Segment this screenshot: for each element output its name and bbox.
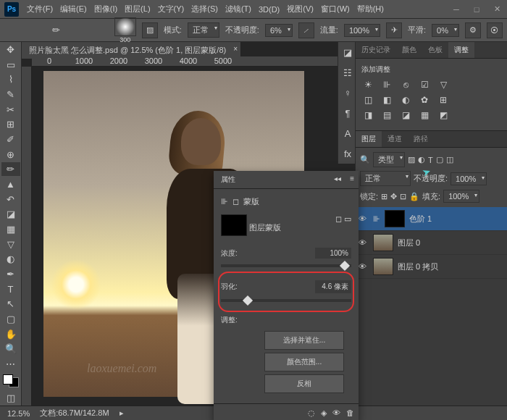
- menu-3d[interactable]: 3D(D): [255, 5, 283, 14]
- quick-mask-icon[interactable]: ◫: [1, 391, 20, 405]
- filter-text-icon[interactable]: T: [428, 156, 433, 164]
- lock-pixels-icon[interactable]: ⊞: [381, 192, 387, 201]
- menu-file[interactable]: 文件(F): [23, 4, 56, 14]
- color-range-button[interactable]: 颜色范围...: [264, 353, 344, 371]
- tab-history[interactable]: 历史记录: [356, 42, 396, 58]
- apply-mask-icon[interactable]: ◈: [321, 408, 327, 418]
- gradient-tool[interactable]: ▦: [1, 222, 20, 236]
- layer-name[interactable]: 图层 0 拷贝: [398, 261, 438, 272]
- posterize-icon[interactable]: ▤: [380, 109, 393, 120]
- menu-view[interactable]: 视图(V): [283, 4, 317, 14]
- brightness-icon[interactable]: ☀: [361, 79, 374, 90]
- feather-slider[interactable]: [221, 299, 351, 302]
- levels-icon[interactable]: ⊪: [380, 79, 393, 90]
- history-brush-tool[interactable]: ↶: [1, 193, 20, 206]
- shape-tool[interactable]: ▢: [1, 312, 20, 326]
- lasso-tool[interactable]: ⌇: [1, 72, 20, 86]
- crop-tool[interactable]: ✂: [1, 103, 20, 117]
- tab-color[interactable]: 颜色: [396, 42, 422, 58]
- layer-row[interactable]: 👁 图层 0: [356, 231, 507, 255]
- mask-icon[interactable]: ◻: [232, 197, 239, 206]
- tab-layers[interactable]: 图层: [356, 131, 382, 147]
- lookup-icon[interactable]: ⊞: [437, 94, 450, 105]
- menu-help[interactable]: 帮助(H): [353, 4, 387, 14]
- menu-filter[interactable]: 滤镜(T): [222, 4, 255, 14]
- vibrance-icon[interactable]: ▽: [437, 79, 450, 90]
- lock-artboard-icon[interactable]: ⊡: [400, 192, 406, 201]
- frame-tool[interactable]: ⊞: [1, 117, 20, 131]
- layer-filter-select[interactable]: 类型: [373, 152, 405, 167]
- curves-icon[interactable]: ⎋: [399, 79, 412, 90]
- exposure-icon[interactable]: ☑: [418, 79, 431, 90]
- menu-layer[interactable]: 图层(L): [121, 4, 154, 14]
- close-tab-icon[interactable]: ×: [233, 45, 238, 53]
- text-tool[interactable]: T: [1, 282, 20, 296]
- panel-icon[interactable]: ◪: [338, 43, 357, 62]
- maximize-button[interactable]: □: [466, 2, 487, 17]
- panel-icon[interactable]: fx: [338, 144, 357, 163]
- select-and-mask-button[interactable]: 选择并遮住...: [264, 331, 344, 350]
- density-field[interactable]: 100%: [315, 248, 351, 259]
- pressure-opacity-icon[interactable]: ⟋: [298, 22, 314, 38]
- layer-thumb[interactable]: [373, 234, 393, 251]
- hand-tool[interactable]: ✋: [1, 327, 20, 341]
- tab-adjustments[interactable]: 调整: [448, 42, 474, 58]
- more-tools[interactable]: ⋯: [1, 357, 20, 371]
- vector-mask-icon[interactable]: ▭: [344, 214, 351, 223]
- minimize-button[interactable]: ─: [446, 2, 466, 17]
- lock-position-icon[interactable]: ✥: [390, 192, 397, 201]
- menu-edit[interactable]: 编辑(E): [56, 4, 91, 14]
- delete-mask-icon[interactable]: 🗑: [346, 408, 354, 418]
- mask-thumbnail[interactable]: [221, 214, 247, 236]
- doc-info[interactable]: 文档:68.7M/142.8M: [40, 408, 109, 419]
- gear-icon[interactable]: ⚙: [465, 22, 481, 38]
- layer-opacity-field[interactable]: 100%: [451, 172, 487, 185]
- filter-shape-icon[interactable]: ▢: [436, 155, 443, 164]
- eyedropper-tool[interactable]: ✐: [1, 133, 20, 146]
- invert-icon[interactable]: ◨: [361, 109, 374, 120]
- zoom-tool[interactable]: 🔍: [1, 342, 20, 356]
- blend-mode-select[interactable]: 正常: [188, 22, 219, 38]
- photo-filter-icon[interactable]: ◐: [399, 94, 412, 105]
- hue-icon[interactable]: ◫: [361, 94, 374, 105]
- pressure-size-icon[interactable]: ⦿: [487, 22, 503, 38]
- tab-channels[interactable]: 通道: [382, 131, 408, 147]
- bw-icon[interactable]: ◧: [380, 94, 393, 105]
- gradient-map-icon[interactable]: ▦: [418, 109, 431, 120]
- move-tool[interactable]: ✥: [1, 43, 20, 56]
- selective-color-icon[interactable]: ◩: [437, 109, 450, 120]
- pixel-mask-icon[interactable]: ◻: [335, 214, 342, 223]
- eye-icon[interactable]: 👁: [359, 262, 369, 271]
- eraser-tool[interactable]: ◪: [1, 207, 20, 221]
- filter-smart-icon[interactable]: ◫: [446, 155, 453, 164]
- eye-icon[interactable]: 👁: [359, 238, 369, 247]
- pen-tool[interactable]: ✒: [1, 267, 20, 281]
- panel-icon[interactable]: ¶: [338, 104, 357, 122]
- disable-mask-icon[interactable]: 👁: [332, 408, 340, 418]
- feather-field[interactable]: 4.6 像素: [315, 280, 351, 293]
- smooth-field[interactable]: 0%: [432, 24, 459, 37]
- tool-preset-icon[interactable]: ✏: [47, 22, 66, 38]
- menu-window[interactable]: 窗口(W): [317, 4, 353, 14]
- layer-thumb[interactable]: [373, 258, 393, 275]
- status-arrow-icon[interactable]: ▸: [120, 408, 124, 418]
- layer-name[interactable]: 图层 0: [398, 238, 420, 248]
- opacity-field[interactable]: 6%: [265, 24, 293, 37]
- filter-adjust-icon[interactable]: ◐: [418, 155, 425, 164]
- menu-image[interactable]: 图像(I): [91, 4, 121, 14]
- color-swatch[interactable]: [3, 374, 19, 388]
- zoom-level[interactable]: 12.5%: [7, 409, 30, 418]
- layer-row[interactable]: 👁 图层 0 拷贝: [356, 255, 507, 279]
- close-button[interactable]: ✕: [487, 2, 507, 17]
- search-icon[interactable]: 🔍: [360, 155, 370, 164]
- lock-all-icon[interactable]: 🔒: [409, 192, 419, 201]
- filter-pixel-icon[interactable]: ▨: [408, 155, 415, 164]
- brush-panel-icon[interactable]: ▨: [142, 22, 158, 38]
- layer-row[interactable]: 👁 ⊪ 色阶 1: [356, 207, 507, 231]
- channel-mixer-icon[interactable]: ✿: [418, 94, 431, 105]
- flow-field[interactable]: 100%: [344, 24, 380, 37]
- healing-tool[interactable]: ⊕: [1, 148, 20, 161]
- levels-icon[interactable]: ⊪: [221, 197, 228, 206]
- layer-blend-select[interactable]: 正常: [360, 171, 411, 186]
- tab-paths[interactable]: 路径: [408, 131, 434, 147]
